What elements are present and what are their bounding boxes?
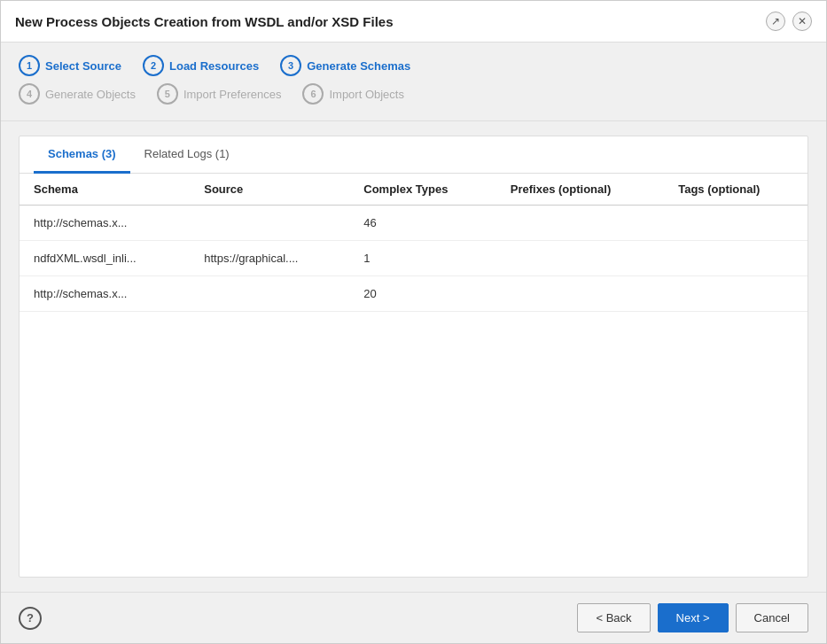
panel: Schemas (3) Related Logs (1) Schema Sour… [19, 136, 808, 578]
col-source: Source [190, 174, 349, 206]
cell-schema: http://schemas.x... [20, 206, 190, 241]
cell-prefixes [496, 241, 664, 276]
cell-prefixes [496, 206, 664, 241]
dialog: New Process Objects Creation from WSDL a… [0, 0, 827, 644]
schemas-table: Schema Source Complex Types Prefixes (op… [20, 174, 807, 312]
tabs: Schemas (3) Related Logs (1) [20, 136, 807, 174]
step-5: 5 Import Preferences [157, 83, 282, 105]
steps-area: 1 Select Source 2 Load Resources 3 Gener… [1, 43, 826, 121]
step-3-circle: 3 [280, 55, 301, 76]
table-row[interactable]: http://schemas.x... 20 [20, 276, 807, 312]
table-area: Schema Source Complex Types Prefixes (op… [20, 174, 807, 577]
step-4: 4 Generate Objects [19, 83, 136, 105]
step-1-label: Select Source [45, 59, 121, 73]
title-buttons: ↗ ✕ [766, 12, 812, 31]
help-button[interactable]: ? [19, 607, 42, 630]
steps-row-1: 1 Select Source 2 Load Resources 3 Gener… [19, 55, 808, 76]
step-6-circle: 6 [302, 83, 324, 105]
step-2: 2 Load Resources [143, 55, 259, 76]
tab-related-logs[interactable]: Related Logs (1) [130, 136, 244, 174]
step-1-circle: 1 [19, 55, 40, 76]
col-prefixes: Prefixes (optional) [496, 174, 664, 206]
step-6-label: Import Objects [329, 88, 404, 101]
step-6: 6 Import Objects [302, 83, 404, 105]
cell-complex-types: 46 [349, 206, 496, 241]
cell-tags [664, 241, 807, 276]
expand-button[interactable]: ↗ [766, 12, 785, 31]
step-3: 3 Generate Schemas [280, 55, 410, 76]
back-button[interactable]: < Back [577, 603, 650, 632]
content-area: Schemas (3) Related Logs (1) Schema Sour… [1, 121, 826, 592]
step-4-circle: 4 [19, 83, 40, 105]
col-complex-types: Complex Types [349, 174, 496, 206]
cell-source: https://graphical.... [190, 241, 349, 276]
step-1: 1 Select Source [19, 55, 121, 76]
col-schema: Schema [20, 174, 190, 206]
col-tags: Tags (optional) [664, 174, 807, 206]
steps-row-2: 4 Generate Objects 5 Import Preferences … [19, 83, 808, 105]
table-row[interactable]: http://schemas.x... 46 [20, 206, 807, 241]
cell-complex-types: 20 [349, 276, 496, 312]
step-3-label: Generate Schemas [307, 59, 410, 73]
table-header-row: Schema Source Complex Types Prefixes (op… [20, 174, 807, 206]
step-5-label: Import Preferences [183, 88, 282, 101]
next-button[interactable]: Next > [658, 603, 729, 632]
footer: ? < Back Next > Cancel [1, 592, 826, 643]
footer-buttons: < Back Next > Cancel [577, 603, 808, 632]
step-4-label: Generate Objects [45, 88, 136, 101]
cell-complex-types: 1 [349, 241, 496, 276]
cell-schema: http://schemas.x... [20, 276, 190, 312]
tab-schemas[interactable]: Schemas (3) [34, 136, 130, 174]
step-2-label: Load Resources [169, 59, 259, 73]
step-2-circle: 2 [143, 55, 164, 76]
cell-source [190, 206, 349, 241]
close-button[interactable]: ✕ [792, 12, 812, 31]
step-5-circle: 5 [157, 83, 178, 105]
cell-tags [664, 276, 807, 312]
cancel-button[interactable]: Cancel [736, 603, 808, 632]
cell-schema: ndfdXML.wsdl_inli... [20, 241, 190, 276]
cell-source [190, 276, 349, 312]
title-bar: New Process Objects Creation from WSDL a… [1, 1, 826, 43]
cell-prefixes [496, 276, 664, 312]
cell-tags [664, 206, 807, 241]
dialog-title: New Process Objects Creation from WSDL a… [15, 14, 394, 29]
table-row[interactable]: ndfdXML.wsdl_inli... https://graphical..… [20, 241, 807, 276]
